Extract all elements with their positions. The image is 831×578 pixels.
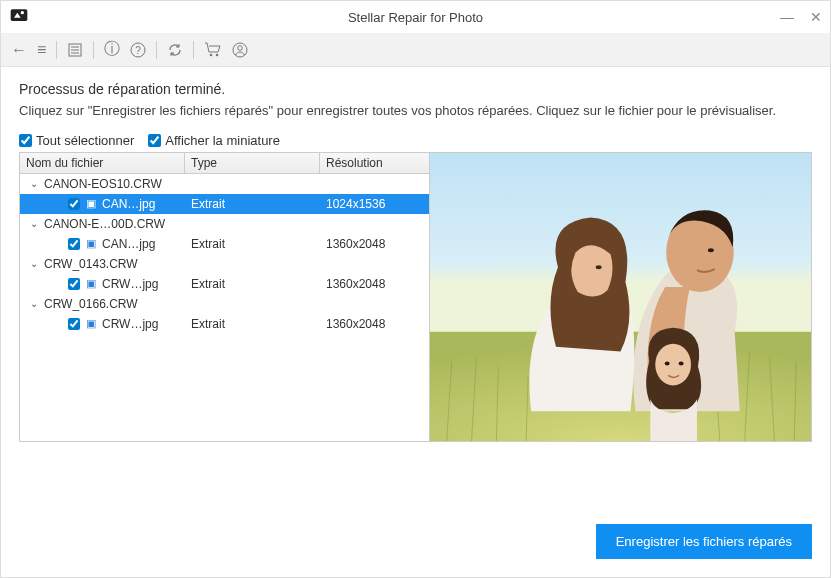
table-row-child[interactable]: ▣CRW…jpgExtrait1360x2048 [20,314,429,334]
file-type: Extrait [185,317,320,331]
file-resolution: 1360x2048 [320,237,429,251]
row-checkbox[interactable] [68,318,80,330]
help-icon[interactable]: ? [130,42,146,58]
row-checkbox[interactable] [68,198,80,210]
image-file-icon: ▣ [86,317,96,330]
table-row-parent[interactable]: ⌄CANON-EOS10.CRW [20,174,429,194]
image-file-icon: ▣ [86,197,96,210]
chevron-down-icon: ⌄ [30,258,38,269]
select-all-checkbox[interactable]: Tout sélectionner [19,133,134,148]
file-resolution: 1024x1536 [320,197,429,211]
chevron-down-icon: ⌄ [30,298,38,309]
table-row-child[interactable]: ▣CRW…jpgExtrait1360x2048 [20,274,429,294]
titlebar: Stellar Repair for Photo — ✕ [1,1,830,33]
file-resolution: 1360x2048 [320,317,429,331]
page-heading: Processus de réparation terminé. [19,81,812,97]
table-row-parent[interactable]: ⌄CRW_0166.CRW [20,294,429,314]
svg-point-30 [679,361,684,365]
toolbar: ← ≡ ⓘ ? [1,33,830,67]
preview-pane [430,153,811,441]
file-name: CRW…jpg [102,277,158,291]
svg-point-9 [210,53,213,56]
info-icon[interactable]: ⓘ [104,39,120,60]
parent-name: CRW_0166.CRW [44,297,138,311]
table-row-parent[interactable]: ⌄CRW_0143.CRW [20,254,429,274]
svg-point-10 [216,53,219,56]
file-name: CRW…jpg [102,317,158,331]
refresh-icon[interactable] [167,42,183,58]
close-button[interactable]: ✕ [810,9,822,25]
image-file-icon: ▣ [86,237,96,250]
file-table: Nom du fichier Type Résolution ⌄CANON-EO… [20,153,430,441]
file-name: CAN…jpg [102,197,155,211]
separator [93,41,94,59]
cart-icon[interactable] [204,42,222,58]
svg-text:?: ? [136,45,142,56]
svg-point-24 [708,248,714,252]
table-row-parent[interactable]: ⌄CANON-E…00D.CRW [20,214,429,234]
page-description: Cliquez sur "Enregistrer les fichiers ré… [19,101,812,121]
file-name: CAN…jpg [102,237,155,251]
select-all-input[interactable] [19,134,32,147]
svg-point-12 [238,45,243,50]
parent-name: CANON-EOS10.CRW [44,177,162,191]
image-file-icon: ▣ [86,277,96,290]
file-rows: ⌄CANON-EOS10.CRW▣CAN…jpgExtrait1024x1536… [20,174,429,441]
column-resolution[interactable]: Résolution [320,153,429,173]
table-row-child[interactable]: ▣CAN…jpgExtrait1024x1536 [20,194,429,214]
column-type[interactable]: Type [185,153,320,173]
menu-icon[interactable]: ≡ [37,41,46,59]
svg-point-2 [21,11,24,14]
show-thumbnail-checkbox[interactable]: Afficher la miniature [148,133,280,148]
svg-point-28 [655,343,691,385]
parent-name: CRW_0143.CRW [44,257,138,271]
svg-rect-0 [11,9,28,21]
show-thumbnail-input[interactable] [148,134,161,147]
save-repaired-button[interactable]: Enregistrer les fichiers réparés [596,524,812,559]
separator [193,41,194,59]
file-resolution: 1360x2048 [320,277,429,291]
separator [156,41,157,59]
app-logo-icon [9,6,29,29]
user-icon[interactable] [232,42,248,58]
row-checkbox[interactable] [68,278,80,290]
chevron-down-icon: ⌄ [30,178,38,189]
file-type: Extrait [185,237,320,251]
svg-point-29 [665,361,670,365]
show-thumbnail-label: Afficher la miniature [165,133,280,148]
back-icon[interactable]: ← [11,41,27,59]
select-all-label: Tout sélectionner [36,133,134,148]
app-title: Stellar Repair for Photo [348,10,483,25]
file-type: Extrait [185,277,320,291]
minimize-button[interactable]: — [780,9,794,25]
parent-name: CANON-E…00D.CRW [44,217,165,231]
file-type: Extrait [185,197,320,211]
list-icon[interactable] [67,42,83,58]
column-name[interactable]: Nom du fichier [20,153,185,173]
table-row-child[interactable]: ▣CAN…jpgExtrait1360x2048 [20,234,429,254]
chevron-down-icon: ⌄ [30,218,38,229]
svg-point-26 [596,265,602,269]
separator [56,41,57,59]
row-checkbox[interactable] [68,238,80,250]
